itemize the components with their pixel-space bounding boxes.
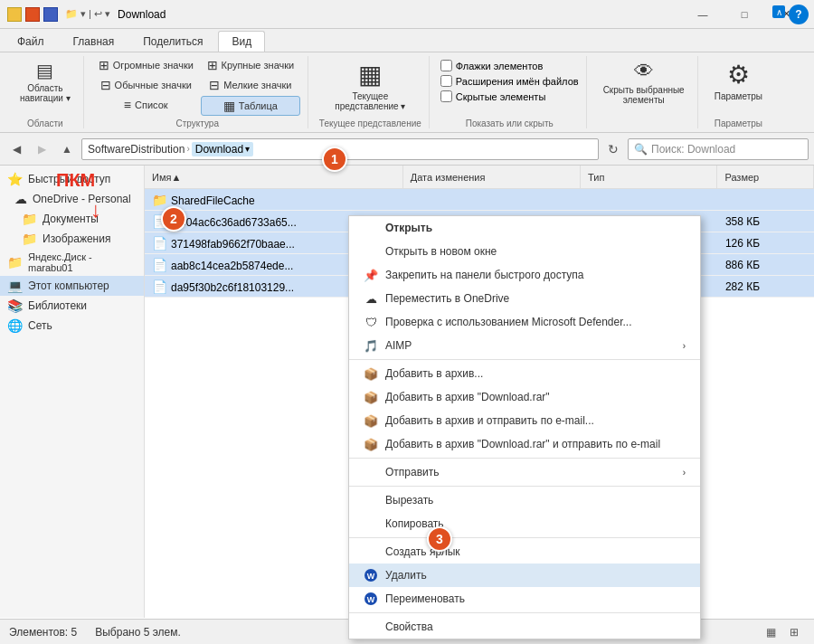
path-current[interactable]: Download ▾ (192, 142, 253, 156)
col-header-name[interactable]: Имя ▲ (145, 166, 403, 188)
sidebar-label-onedrive: OneDrive - Personal (33, 193, 131, 205)
options-icon: ⚙ (727, 60, 750, 90)
maximize-button[interactable]: □ (724, 0, 765, 29)
minimize-button[interactable]: — (682, 0, 724, 29)
structure-content: ⊞ Огромные значки ⊟ Обычные значки ≡ Спи… (95, 56, 300, 117)
sidebar-item-documents[interactable]: 📁 Документы (0, 209, 144, 229)
tab-share[interactable]: Поделиться (129, 31, 216, 52)
sidebar-item-network[interactable]: 🌐 Сеть (0, 316, 144, 336)
checkboxes: Флажки элементов Расширения имён файлов … (440, 56, 579, 106)
up-button[interactable]: ▲ (56, 138, 78, 160)
flags-checkbox[interactable] (440, 60, 452, 71)
tab-home[interactable]: Главная (60, 31, 128, 52)
structure-col-2: ⊞ Крупные значки ⊟ Мелкие значки ▦ Табли… (201, 56, 300, 116)
ctx-move-onedrive[interactable]: ☁ Переместить в OneDrive (349, 287, 700, 310)
ctx-add-archive-email[interactable]: 📦 Добавить в архив и отправить по e-mail… (349, 409, 700, 432)
details-view-button[interactable]: ▦ (760, 622, 781, 642)
hide-selected-button[interactable]: 👁 Скрыть выбранныеэлементы (598, 56, 690, 109)
tab-view[interactable]: Вид (218, 31, 265, 52)
list-icon: ≡ (124, 98, 131, 112)
navigation-pane-button[interactable]: ▤ Областьнавигации ▾ (14, 56, 76, 107)
ctx-defender[interactable]: 🛡 Проверка с использованием Microsoft De… (349, 310, 700, 334)
ribbon-collapse-button[interactable]: ∧ (772, 5, 785, 18)
ctx-separator-5 (349, 612, 700, 613)
normal-icons-button[interactable]: ⊟ Обычные значки (95, 76, 197, 94)
images-icon: 📁 (22, 232, 37, 246)
ctx-add-archive-download[interactable]: 📦 Добавить в архив "Download.rar" (349, 385, 700, 409)
current-view-button[interactable]: ▦ Текущеепредставление ▾ (329, 56, 411, 115)
ctx-rename[interactable]: W Переименовать (349, 587, 700, 611)
col-header-date[interactable]: Дата изменения (403, 166, 581, 188)
small-icons-button[interactable]: ⊟ Мелкие значки (201, 76, 300, 94)
file-icon: 📄 (152, 236, 167, 251)
window-title: Download (118, 8, 682, 21)
ctx-add-archive-download-email[interactable]: 📦 Добавить в архив "Download.rar" и отпр… (349, 432, 700, 456)
refresh-button[interactable]: ↻ (602, 138, 624, 160)
ctx-open[interactable]: Открыть (349, 216, 700, 240)
ribbon-group-show-hide: Флажки элементов Расширения имён файлов … (433, 56, 587, 128)
ctx-archive-dl-email-icon: 📦 (364, 437, 378, 451)
tab-file[interactable]: Файл (4, 31, 58, 52)
back-button[interactable]: ◀ (5, 138, 27, 160)
help-button[interactable]: ? (789, 5, 809, 24)
search-box[interactable]: 🔍 Поиск: Download (628, 138, 809, 160)
ctx-aimp[interactable]: 🎵 AIMP › (349, 334, 700, 357)
ribbon-group-structure: ⊞ Огромные значки ⊟ Обычные значки ≡ Спи… (88, 56, 308, 128)
ctx-onedrive-icon: ☁ (364, 291, 378, 306)
ctx-add-archive[interactable]: 📦 Добавить в архив... (349, 362, 700, 385)
list-button[interactable]: ≡ Список (95, 96, 197, 114)
step-1-bubble: 1 (322, 147, 347, 172)
ribbon-group-hide-selected: 👁 Скрыть выбранныеэлементы (591, 56, 698, 128)
sidebar-item-this-pc[interactable]: 💻 Этот компьютер (0, 276, 144, 296)
ctx-create-shortcut[interactable]: Создать ярлык (349, 540, 700, 564)
ctx-aimp-label: AIMP (385, 339, 412, 352)
sidebar-item-libraries[interactable]: 📚 Библиотеки (0, 296, 144, 316)
ctx-onedrive-label: Переместить в OneDrive (385, 292, 509, 305)
options-label: Параметры (715, 117, 762, 128)
ctx-separator-4 (349, 537, 700, 538)
path-segment-1[interactable]: SoftwareDistribution (88, 143, 185, 156)
ctx-open-new-window[interactable]: Открыть в новом окне (349, 240, 700, 263)
checkbox-flags[interactable]: Флажки элементов (440, 60, 579, 71)
col-header-type[interactable]: Тип (581, 166, 717, 188)
extensions-checkbox[interactable] (440, 75, 452, 87)
sidebar-label-this-pc: Этот компьютер (28, 279, 109, 292)
sidebar-item-yandex[interactable]: 📁 Яндекс.Диск - marabu01 (0, 249, 144, 276)
svg-text:W: W (367, 595, 375, 604)
huge-icons-button[interactable]: ⊞ Огромные значки (95, 56, 197, 74)
normal-icons-icon: ⊟ (100, 78, 111, 92)
ctx-separator-3 (349, 486, 700, 487)
hidden-checkbox[interactable] (440, 90, 452, 102)
forward-button[interactable]: ▶ (31, 138, 52, 160)
ctx-delete-icon: W (364, 568, 378, 582)
areas-content: ▤ Областьнавигации ▾ (14, 56, 76, 117)
structure-col-1: ⊞ Огромные значки ⊟ Обычные значки ≡ Спи… (95, 56, 197, 114)
sidebar-label-yandex: Яндекс.Диск - marabu01 (28, 251, 137, 273)
ctx-properties-label: Свойства (385, 620, 433, 633)
show-hide-label: Показать или скрыть (466, 117, 554, 128)
checkbox-extensions[interactable]: Расширения имён файлов (440, 75, 579, 87)
ctx-add-archive-email-label: Добавить в архив и отправить по e-mail..… (385, 414, 594, 427)
ctx-delete[interactable]: W Удалить (349, 564, 700, 587)
table-button[interactable]: ▦ Таблица (201, 96, 300, 116)
ctx-copy[interactable]: Копировать (349, 512, 700, 535)
large-icons-button[interactable]: ⊞ Крупные значки (201, 56, 300, 74)
ctx-properties[interactable]: Свойства (349, 615, 700, 639)
ctx-cut[interactable]: Вырезать (349, 488, 700, 512)
sidebar-item-onedrive[interactable]: ☁ OneDrive - Personal (0, 189, 144, 209)
large-view-button[interactable]: ⊞ (783, 622, 805, 642)
file-row[interactable]: 📁SharedFileCache (145, 189, 814, 211)
ctx-send-to[interactable]: Отправить › (349, 460, 700, 484)
documents-icon: 📁 (22, 212, 37, 226)
checkbox-hidden[interactable]: Скрытые элементы (440, 90, 579, 102)
ctx-new-window-label: Открыть в новом окне (385, 245, 497, 258)
step-2-bubble: 2 (161, 206, 186, 232)
col-header-size[interactable]: Размер (717, 166, 814, 188)
ctx-pin-quick-access[interactable]: 📌 Закрепить на панели быстрого доступа (349, 263, 700, 287)
sidebar-item-images[interactable]: 📁 Изображения (0, 229, 144, 249)
ctx-archive-download-icon: 📦 (364, 390, 378, 404)
path-dropdown-arrow[interactable]: ▾ (245, 144, 250, 154)
ctx-copy-icon (364, 516, 378, 531)
ctx-send-label: Отправить (385, 466, 440, 478)
options-button[interactable]: ⚙ Параметры (709, 56, 768, 105)
